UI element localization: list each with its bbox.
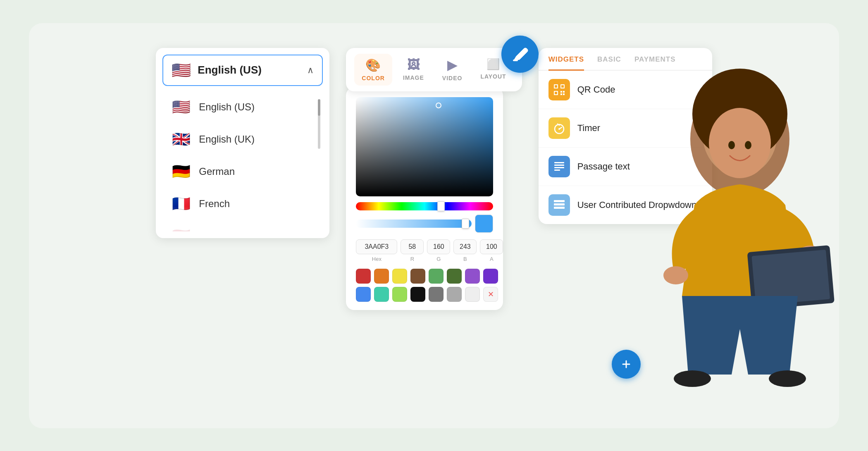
color-gradient-canvas[interactable] xyxy=(356,97,493,196)
svg-point-29 xyxy=(663,266,688,284)
hex-field: Hex xyxy=(356,239,397,262)
video-icon: ▶ xyxy=(447,58,457,72)
language-selected[interactable]: 🇺🇸 English (US) ∧ xyxy=(162,55,323,86)
lang-item-label: English (US) xyxy=(199,101,255,113)
selected-flag: 🇺🇸 xyxy=(172,61,191,79)
color-tool-panel: 🎨 COLOR 🖼 IMAGE ▶ VIDEO ⬜ LAYOUT xyxy=(346,48,522,310)
flag-de: 🇩🇪 xyxy=(171,163,191,180)
float-action-button[interactable] xyxy=(501,36,539,73)
lang-item-label: Español xyxy=(199,230,235,231)
toolbar: 🎨 COLOR 🖼 IMAGE ▶ VIDEO ⬜ LAYOUT xyxy=(346,48,522,91)
selected-language-name: English (US) xyxy=(198,64,300,76)
toolbar-color-label: COLOR xyxy=(362,75,385,81)
qr-code-icon xyxy=(548,79,570,100)
alpha-row xyxy=(356,215,493,233)
svg-rect-2 xyxy=(555,85,557,88)
flag-fr: 🇫🇷 xyxy=(171,195,191,212)
svg-point-27 xyxy=(728,141,735,149)
swatch-brown[interactable] xyxy=(410,269,425,284)
language-item-espanol[interactable]: 🇪🇸 Español xyxy=(162,220,323,231)
swatch-light[interactable] xyxy=(465,287,480,302)
language-item-en-us[interactable]: 🇺🇸 English (US) xyxy=(162,91,323,123)
svg-rect-0 xyxy=(513,60,518,61)
language-list: 🇺🇸 English (US) 🇬🇧 English (UK) 🇩🇪 Germa… xyxy=(162,91,323,231)
a-input[interactable] xyxy=(480,239,503,254)
alpha-thumb xyxy=(462,219,469,229)
swatch-transparent[interactable] xyxy=(483,287,498,302)
color-picker-card: Hex R G B A xyxy=(346,87,503,310)
blue-circle-small-button[interactable] xyxy=(612,350,641,379)
swatch-lime[interactable] xyxy=(392,287,407,302)
scroll-indicator xyxy=(318,99,320,149)
toolbar-image[interactable]: 🖼 IMAGE xyxy=(396,54,432,86)
svg-rect-22 xyxy=(554,207,565,209)
flag-uk: 🇬🇧 xyxy=(171,131,191,148)
swatch-purple[interactable] xyxy=(465,269,480,284)
swatch-dark-purple[interactable] xyxy=(483,269,498,284)
flag-us: 🇺🇸 xyxy=(171,98,191,116)
swatch-green[interactable] xyxy=(429,269,444,284)
a-field: A xyxy=(480,239,503,262)
language-item-french[interactable]: 🇫🇷 French xyxy=(162,188,323,220)
svg-rect-17 xyxy=(554,165,564,166)
swatch-yellow[interactable] xyxy=(392,269,407,284)
lang-item-label: English (UK) xyxy=(199,134,255,145)
svg-rect-18 xyxy=(554,167,564,168)
timer-label: Timer xyxy=(577,123,600,134)
svg-point-26 xyxy=(709,108,771,178)
dropdown-icon xyxy=(548,194,570,216)
hue-thumb xyxy=(437,201,445,211)
toolbar-layout-label: LAYOUT xyxy=(480,73,506,80)
tab-widgets[interactable]: WIDGETS xyxy=(548,55,584,71)
chevron-up-icon: ∧ xyxy=(307,65,314,76)
language-item-en-uk[interactable]: 🇬🇧 English (UK) xyxy=(162,123,323,155)
swatch-gray[interactable] xyxy=(447,287,462,302)
g-field: G xyxy=(427,239,450,262)
alpha-slider[interactable] xyxy=(356,220,472,228)
svg-rect-19 xyxy=(554,169,560,171)
svg-point-28 xyxy=(745,141,751,149)
svg-rect-20 xyxy=(554,200,565,202)
swatch-red[interactable] xyxy=(356,269,371,284)
hue-slider[interactable] xyxy=(356,202,493,210)
r-input[interactable] xyxy=(401,239,424,254)
toolbar-video-label: VIDEO xyxy=(442,75,463,81)
swatch-orange[interactable] xyxy=(374,269,389,284)
swatch-dark-green[interactable] xyxy=(447,269,462,284)
hex-rgba-row: Hex R G B A xyxy=(356,239,493,262)
swatch-dark-gray[interactable] xyxy=(429,287,444,302)
b-input[interactable] xyxy=(453,239,477,254)
language-item-german[interactable]: 🇩🇪 German xyxy=(162,155,323,188)
swatch-blue[interactable] xyxy=(356,287,371,302)
tab-basic[interactable]: BASIC xyxy=(597,55,621,70)
toolbar-color[interactable]: 🎨 COLOR xyxy=(354,54,392,86)
svg-rect-21 xyxy=(554,203,565,205)
hex-label: Hex xyxy=(372,256,382,262)
b-label: B xyxy=(463,256,467,262)
toolbar-video[interactable]: ▶ VIDEO xyxy=(435,54,470,86)
g-input[interactable] xyxy=(427,239,450,254)
swatch-teal[interactable] xyxy=(374,287,389,302)
svg-rect-10 xyxy=(563,93,565,95)
swatch-black[interactable] xyxy=(410,287,425,302)
svg-rect-4 xyxy=(561,85,564,88)
svg-point-33 xyxy=(674,370,711,387)
qr-code-label: QR Code xyxy=(577,84,615,95)
color-preview-box xyxy=(475,215,493,233)
svg-rect-7 xyxy=(560,91,562,93)
lang-item-label: French xyxy=(199,198,230,210)
language-panel: 🇺🇸 English (US) ∧ 🇺🇸 English (US) 🇬🇧 Eng… xyxy=(156,48,329,238)
passage-text-label: Passage text xyxy=(577,161,630,172)
scroll-thumb xyxy=(318,99,320,116)
person-wrapper xyxy=(624,64,839,428)
main-card: 🇺🇸 English (US) ∧ 🇺🇸 English (US) 🇬🇧 Eng… xyxy=(29,23,839,428)
hex-input[interactable] xyxy=(356,239,397,254)
timer-icon xyxy=(548,117,570,139)
b-field: B xyxy=(453,239,477,262)
swatches-grid xyxy=(356,269,493,302)
r-field: R xyxy=(401,239,424,262)
svg-rect-9 xyxy=(560,93,562,95)
r-label: R xyxy=(410,256,414,262)
content-wrapper: 🇺🇸 English (US) ∧ 🇺🇸 English (US) 🇬🇧 Eng… xyxy=(29,23,839,428)
passage-text-icon xyxy=(548,156,570,177)
